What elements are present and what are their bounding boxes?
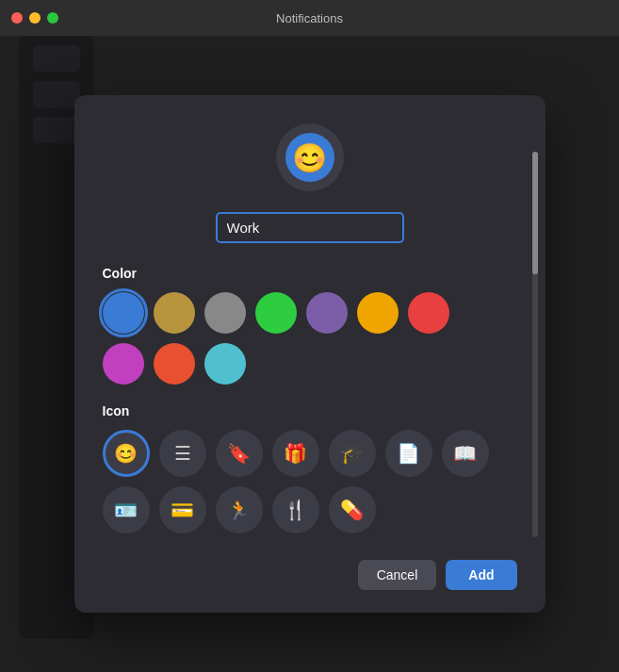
icon-item-9[interactable]: 🏃 (216, 486, 263, 533)
icon-item-5[interactable]: 📄 (385, 430, 432, 477)
icon-item-4[interactable]: 🎓 (329, 430, 376, 477)
color-swatch-gray[interactable] (204, 292, 246, 334)
scrollbar-thumb[interactable] (532, 152, 538, 274)
icon-item-1[interactable]: ☰ (159, 430, 206, 477)
color-swatch-gold[interactable] (154, 292, 195, 334)
avatar-emoji: 😊 (292, 141, 327, 174)
avatar-circle: 😊 (276, 123, 344, 191)
window-title: Notifications (276, 11, 343, 25)
cancel-button[interactable]: Cancel (358, 560, 437, 590)
color-swatch-purple[interactable] (306, 292, 348, 334)
icon-label: Icon (103, 403, 498, 418)
add-button[interactable]: Add (446, 560, 516, 590)
color-swatch-coral[interactable] (154, 343, 195, 385)
window-controls (11, 12, 58, 24)
color-section: Color (103, 266, 517, 385)
icon-item-8[interactable]: 💳 (159, 486, 206, 533)
icon-item-10[interactable]: 🍴 (272, 486, 319, 533)
color-swatch-cyan[interactable] (204, 343, 246, 385)
color-swatch-green[interactable] (255, 292, 297, 334)
color-swatch-magenta[interactable] (103, 343, 144, 385)
scrollbar-track[interactable] (532, 152, 538, 537)
modal-dialog: 😊 Color Icon 😊☰🔖🎁🎓📄📖🪪💳🏃🍴💊 Cancel Add (74, 95, 546, 613)
name-input-container (103, 212, 517, 243)
color-grid (103, 292, 498, 385)
icon-item-7[interactable]: 🪪 (103, 486, 150, 533)
color-swatch-blue[interactable] (103, 292, 144, 334)
icon-grid: 😊☰🔖🎁🎓📄📖🪪💳🏃🍴💊 (103, 430, 498, 533)
close-button[interactable] (11, 12, 23, 24)
group-name-input[interactable] (216, 212, 404, 243)
avatar-icon-bg: 😊 (285, 133, 334, 182)
color-label: Color (103, 266, 498, 281)
icon-section: Icon 😊☰🔖🎁🎓📄📖🪪💳🏃🍴💊 (103, 403, 517, 533)
title-bar: Notifications (0, 0, 619, 36)
icon-item-3[interactable]: 🎁 (272, 430, 319, 477)
minimize-button[interactable] (29, 12, 41, 24)
modal-footer: Cancel Add (103, 556, 517, 590)
icon-item-6[interactable]: 📖 (442, 430, 489, 477)
modal-overlay: 😊 Color Icon 😊☰🔖🎁🎓📄📖🪪💳🏃🍴💊 Cancel Add (0, 36, 619, 672)
icon-item-0[interactable]: 😊 (103, 430, 150, 477)
icon-item-11[interactable]: 💊 (329, 486, 376, 533)
color-swatch-orange[interactable] (357, 292, 399, 334)
avatar-container: 😊 (103, 123, 517, 191)
maximize-button[interactable] (47, 12, 58, 24)
icon-item-2[interactable]: 🔖 (216, 430, 263, 477)
color-swatch-red[interactable] (408, 292, 449, 334)
